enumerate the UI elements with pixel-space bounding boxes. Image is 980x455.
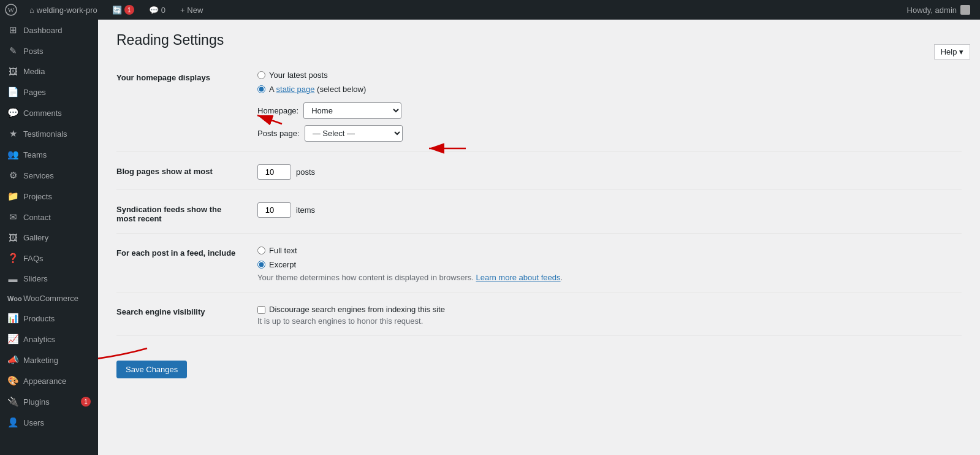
sidebar-item-services[interactable]: ⚙ Services xyxy=(0,165,98,186)
services-icon: ⚙ xyxy=(7,170,18,181)
search-visibility-label: Search engine visibility xyxy=(116,305,257,316)
howdy-text[interactable]: Howdy, admin xyxy=(902,5,975,15)
excerpt-option[interactable]: Excerpt xyxy=(257,260,962,269)
sidebar-item-plugins[interactable]: 🔌 Plugins 1 xyxy=(0,391,98,412)
sidebar-item-comments[interactable]: 💬 Comments xyxy=(0,102,98,123)
sidebar-item-label: Teams xyxy=(23,150,47,159)
sidebar-item-label: Services xyxy=(23,171,54,180)
sidebar-item-label: Appearance xyxy=(23,377,66,386)
discourage-checkbox-label[interactable]: Discourage search engines from indexing … xyxy=(257,305,962,314)
wp-logo-icon[interactable]: W xyxy=(5,4,17,16)
blog-pages-input[interactable]: 10 xyxy=(257,164,291,180)
homepage-displays-label: Your homepage displays xyxy=(116,71,257,82)
sidebar-item-gallery[interactable]: 🖼 Gallery xyxy=(0,228,98,248)
projects-icon: 📁 xyxy=(7,191,18,202)
static-page-label: A static page (select below) xyxy=(269,85,366,94)
sidebar-item-label: Testimonials xyxy=(23,129,67,139)
avatar xyxy=(960,5,970,15)
sidebar-item-label: Users xyxy=(23,418,44,427)
sidebar-item-analytics[interactable]: 📈 Analytics xyxy=(0,329,98,350)
marketing-icon: 📣 xyxy=(7,354,18,365)
sidebar-item-users[interactable]: 👤 Users xyxy=(0,412,98,433)
sidebar-item-testimonials[interactable]: ★ Testimonials xyxy=(0,123,98,144)
site-name[interactable]: ⌂ welding-work-pro xyxy=(25,0,102,20)
feed-description: Your theme determines how content is dis… xyxy=(257,273,962,282)
sidebar-item-label: Dashboard xyxy=(23,26,63,35)
syndication-feeds-input[interactable]: 10 xyxy=(257,202,291,218)
learn-more-link[interactable]: Learn more about feeds xyxy=(476,273,561,282)
sidebar-item-label: Posts xyxy=(23,47,44,56)
sidebar-item-appearance[interactable]: 🎨 Appearance xyxy=(0,370,98,391)
homepage-select[interactable]: Home About Contact xyxy=(303,102,401,119)
static-page-radio[interactable] xyxy=(257,85,265,93)
gallery-icon: 🖼 xyxy=(7,232,18,243)
new-item[interactable]: + New xyxy=(175,0,208,20)
plugins-badge: 1 xyxy=(81,397,91,407)
posts-page-select-label: Posts page: xyxy=(257,129,300,138)
pages-icon: 📄 xyxy=(7,86,18,98)
excerpt-radio[interactable] xyxy=(257,261,265,269)
reading-settings-form: Your homepage displays Your latest posts… xyxy=(116,61,962,378)
blog-pages-suffix: posts xyxy=(296,167,315,177)
latest-posts-radio[interactable] xyxy=(257,71,265,79)
blog-pages-label: Blog pages show at most xyxy=(116,164,257,176)
sidebar-item-label: FAQs xyxy=(23,254,44,263)
syndication-feeds-section: Syndication feeds show the most recent 1… xyxy=(116,193,962,234)
analytics-icon: 📈 xyxy=(7,334,18,345)
posts-icon: ✎ xyxy=(7,45,18,56)
sidebar-item-dashboard[interactable]: ⊞ Dashboard xyxy=(0,20,98,40)
save-changes-button[interactable]: Save Changes xyxy=(116,361,187,378)
sidebar-item-projects[interactable]: 📁 Projects xyxy=(0,186,98,207)
testimonials-icon: ★ xyxy=(7,128,18,139)
comments-icon: 💬 xyxy=(7,107,18,118)
sidebar-item-marketing[interactable]: 📣 Marketing xyxy=(0,350,98,370)
sidebar-item-label: Marketing xyxy=(23,356,58,365)
discourage-checkbox[interactable] xyxy=(257,306,265,314)
static-page-link[interactable]: static page xyxy=(276,85,315,94)
content-wrapper: Help ▾ Reading Settings Your homepage di… xyxy=(98,20,980,455)
syndication-feeds-label: Syndication feeds show the most recent xyxy=(116,202,257,223)
sidebar-item-teams[interactable]: 👥 Teams xyxy=(0,144,98,165)
excerpt-label: Excerpt xyxy=(269,260,296,269)
sidebar-item-products[interactable]: 📊 Products xyxy=(0,308,98,329)
help-button[interactable]: Help ▾ xyxy=(934,44,970,59)
feed-content-radio-group: Full text Excerpt xyxy=(257,246,962,269)
blog-pages-content: 10 posts xyxy=(257,164,962,180)
sidebar-item-woocommerce[interactable]: Woo WooCommerce xyxy=(0,289,98,308)
search-visibility-section: Search engine visibility Discourage sear… xyxy=(116,295,962,336)
posts-page-select[interactable]: — Select — Blog News xyxy=(305,125,403,142)
feed-content-label: For each post in a feed, include xyxy=(116,246,257,258)
woocommerce-icon: Woo xyxy=(7,295,18,302)
sidebar-item-label: Analytics xyxy=(23,335,55,344)
homepage-displays-content: Your latest posts A static page (select … xyxy=(257,71,962,142)
sidebar-item-media[interactable]: 🖼 Media xyxy=(0,61,98,82)
sidebar-item-label: WooCommerce xyxy=(23,294,78,303)
homepage-select-row: Homepage: Home About Contact xyxy=(257,102,962,119)
sidebar-item-posts[interactable]: ✎ Posts xyxy=(0,40,98,61)
page-title: Reading Settings xyxy=(116,32,962,48)
homepage-radio-group: Your latest posts A static page (select … xyxy=(257,71,962,94)
svg-text:W: W xyxy=(8,6,15,13)
contact-icon: ✉ xyxy=(7,212,18,223)
homepage-displays-section: Your homepage displays Your latest posts… xyxy=(116,61,962,152)
sidebar-item-label: Sliders xyxy=(23,274,48,283)
updates-item[interactable]: 🔄 1 xyxy=(107,0,139,20)
search-visibility-notice: It is up to search engines to honor this… xyxy=(257,316,962,326)
comments-item[interactable]: 💬 0 xyxy=(144,0,170,20)
feed-content-content: Full text Excerpt Your theme determines … xyxy=(257,246,962,282)
syndication-feeds-suffix: items xyxy=(296,205,315,215)
sidebar-item-label: Plugins xyxy=(23,397,50,407)
latest-posts-option[interactable]: Your latest posts xyxy=(257,71,962,80)
full-text-radio[interactable] xyxy=(257,247,265,254)
sidebar-item-faqs[interactable]: ❓ FAQs xyxy=(0,248,98,269)
appearance-icon: 🎨 xyxy=(7,375,18,386)
sidebar-item-contact[interactable]: ✉ Contact xyxy=(0,207,98,228)
sidebar-item-label: Projects xyxy=(23,192,52,201)
products-icon: 📊 xyxy=(7,313,18,324)
sidebar-item-sliders[interactable]: ▬ Sliders xyxy=(0,269,98,289)
sidebar-item-pages[interactable]: 📄 Pages xyxy=(0,82,98,102)
full-text-option[interactable]: Full text xyxy=(257,246,962,255)
save-changes-row: Save Changes xyxy=(116,348,962,378)
faqs-icon: ❓ xyxy=(7,253,18,264)
static-page-option[interactable]: A static page (select below) xyxy=(257,85,962,94)
